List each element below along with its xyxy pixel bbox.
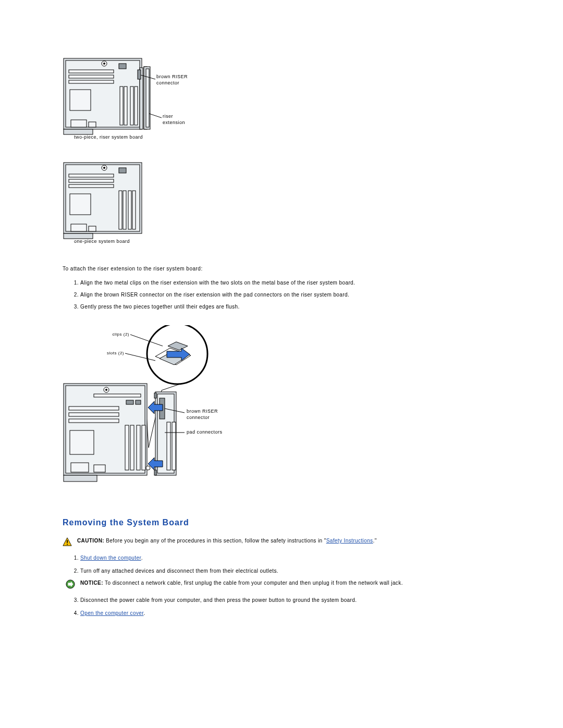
link-safety-instructions[interactable]: Safety Instructions: [326, 538, 373, 544]
caution-prefix: CAUTION:: [77, 538, 106, 544]
svg-rect-13: [134, 87, 138, 125]
svg-rect-11: [124, 87, 127, 125]
notice-block: NOTICE: To disconnect a network cable, f…: [63, 580, 500, 589]
svg-point-5: [103, 63, 105, 65]
svg-rect-65: [142, 425, 145, 470]
caution-text: CAUTION: Before you begin any of the pro…: [77, 538, 377, 544]
svg-text:brown RISER: brown RISER: [187, 409, 218, 414]
svg-text:one-piece system board: one-piece system board: [74, 239, 130, 244]
svg-rect-64: [137, 425, 140, 470]
svg-text:clips (2): clips (2): [112, 332, 129, 337]
svg-rect-36: [70, 194, 91, 215]
document-page: brown RISER connector riser extension tw…: [0, 0, 563, 728]
attach-step-1: Align the two metal clips on the riser e…: [80, 279, 500, 287]
link-shut-down-computer[interactable]: Shut down the computer: [80, 555, 141, 561]
svg-rect-43: [89, 226, 96, 231]
notice-body: To disconnect a network cable, first unp…: [105, 580, 403, 586]
svg-point-32: [103, 167, 105, 169]
attach-step-3: Gently press the two pieces together unt…: [80, 303, 500, 311]
svg-rect-73: [172, 422, 176, 470]
svg-line-22: [149, 114, 162, 118]
remove-steps-list: Shut down the computer. Turn off any att…: [63, 554, 500, 575]
label-brown-riser-line1: brown RISER: [156, 74, 188, 79]
remove-step-1: Shut down the computer.: [80, 554, 500, 562]
diagram-two-piece-board: brown RISER connector riser extension tw…: [63, 57, 500, 141]
svg-rect-37: [119, 191, 122, 229]
svg-rect-2: [64, 129, 93, 134]
svg-text:brown RISER: brown RISER: [156, 74, 188, 79]
svg-text:extension: extension: [163, 120, 185, 125]
svg-rect-41: [119, 168, 126, 173]
svg-rect-9: [70, 90, 91, 110]
svg-rect-42: [71, 224, 87, 231]
svg-rect-14: [119, 64, 126, 69]
svg-rect-63: [130, 425, 134, 470]
caption-one-piece: one-piece system board: [74, 239, 130, 244]
svg-rect-35: [69, 184, 114, 188]
svg-rect-40: [132, 191, 136, 229]
svg-rect-16: [89, 122, 96, 127]
svg-text:pad connectors: pad connectors: [187, 429, 223, 435]
svg-rect-60: [126, 400, 133, 404]
svg-text:two-piece, riser system board: two-piece, riser system board: [74, 134, 143, 140]
svg-rect-7: [69, 75, 114, 78]
diagram-one-piece-board: one-piece system board: [63, 162, 500, 245]
svg-rect-59: [70, 430, 94, 454]
svg-rect-10: [120, 87, 123, 125]
notice-prefix: NOTICE:: [80, 580, 105, 586]
svg-rect-52: [64, 475, 97, 482]
label-slots: slots (2): [107, 351, 124, 355]
label-riser-ext-line2: extension: [163, 120, 185, 125]
attach-intro: To attach the riser extension to the ris…: [63, 266, 500, 272]
caption-two-piece: two-piece, riser system board: [74, 134, 143, 140]
diagram-attach-riser: clips (2) slots (2) brown RISER connecto…: [63, 325, 500, 492]
svg-point-54: [105, 389, 107, 391]
svg-rect-6: [69, 70, 114, 73]
svg-rect-56: [69, 406, 119, 410]
svg-rect-38: [123, 191, 126, 229]
svg-text:slots (2): slots (2): [107, 351, 124, 355]
svg-rect-61: [136, 400, 141, 404]
svg-rect-58: [69, 419, 119, 423]
svg-rect-33: [69, 174, 114, 177]
svg-rect-34: [69, 179, 114, 182]
caution-before-link: Before you begin any of the procedures i…: [106, 538, 326, 544]
notice-arrow-icon: [66, 579, 75, 589]
svg-rect-57: [69, 413, 119, 416]
svg-rect-68: [94, 465, 105, 472]
svg-text:connector: connector: [156, 80, 179, 85]
attach-steps-list: Align the two metal clips on the riser e…: [63, 279, 500, 311]
svg-rect-72: [167, 422, 170, 470]
svg-rect-39: [128, 191, 131, 229]
svg-text:connector: connector: [187, 415, 210, 420]
svg-rect-75: [154, 470, 156, 475]
link-open-computer-cover[interactable]: Open the computer cover: [80, 610, 144, 616]
section-title-removing: Removing the System Board: [63, 518, 500, 527]
svg-rect-74: [154, 393, 156, 398]
svg-text:riser: riser: [163, 114, 173, 119]
label-riser-ext-line1: riser: [163, 114, 173, 119]
svg-rect-55: [94, 394, 141, 397]
svg-rect-89: [67, 544, 68, 545]
svg-rect-20: [138, 70, 141, 79]
remove-step-3: Disconnect the power cable from your com…: [80, 596, 500, 604]
svg-point-66: [146, 466, 150, 470]
svg-rect-62: [125, 425, 129, 470]
notice-text: NOTICE: To disconnect a network cable, f…: [80, 580, 403, 586]
caution-after-link: .": [373, 538, 377, 544]
label-brown-riser-line2: connector: [156, 80, 179, 85]
label-pad-connectors: pad connectors: [187, 429, 223, 435]
remove-step-2: Turn off any attached devices and discon…: [80, 567, 500, 575]
label-brown-riser2-l2: connector: [187, 415, 210, 420]
svg-rect-12: [130, 87, 133, 125]
svg-rect-15: [71, 120, 87, 127]
remove-steps-list-cont: Disconnect the power cable from your com…: [63, 596, 500, 617]
svg-rect-88: [67, 540, 68, 542]
remove-step-4: Open the computer cover.: [80, 609, 500, 617]
caution-block: CAUTION: Before you begin any of the pro…: [63, 538, 500, 547]
label-clips: clips (2): [112, 332, 129, 337]
caution-triangle-icon: [63, 537, 72, 547]
label-brown-riser2-l1: brown RISER: [187, 409, 218, 414]
svg-rect-30: [64, 233, 93, 239]
svg-rect-8: [69, 80, 114, 83]
